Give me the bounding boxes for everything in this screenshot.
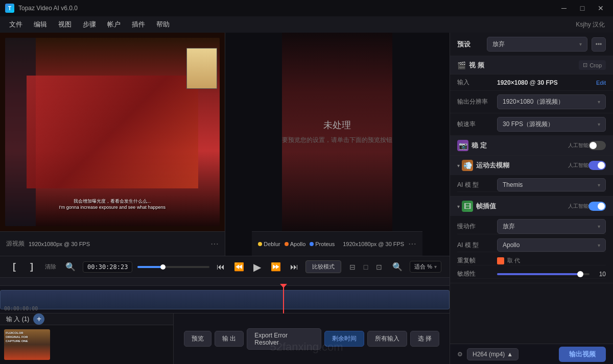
motion-blur-controls: AI 模 型 Themis ▾ — [450, 175, 613, 196]
motion-blur-chevron: ▾ — [598, 182, 600, 188]
frame-interp-ai-badge: 人工智能 — [568, 203, 588, 210]
app-icon: T — [5, 4, 14, 13]
stabilize-name: 稳 定 — [471, 141, 566, 150]
timeline-track[interactable]: 00:00:00:00 — [0, 286, 450, 313]
preset-value: 放弃 — [492, 40, 505, 48]
menu-help[interactable]: 帮助 — [151, 18, 175, 31]
model-proteus: Proteus — [310, 241, 335, 247]
clear-button[interactable]: 清除 — [43, 261, 58, 273]
crop-button[interactable]: ⊡ Crop — [579, 60, 606, 70]
frame-interp-name: 帧插值 — [476, 202, 566, 211]
interp-model-select[interactable]: Apollo ▾ — [497, 238, 606, 252]
motion-blur-name: 运动去模糊 — [476, 161, 566, 170]
format-chevron: ▲ — [507, 351, 513, 358]
timeline-playhead[interactable] — [283, 286, 284, 313]
preview-button[interactable]: 预览 — [184, 331, 211, 347]
deblur-label: Deblur — [264, 241, 280, 247]
output-res-select[interactable]: 1920×1080（源视频） ▾ — [497, 94, 606, 109]
time-remaining-button[interactable]: 剩余时间 — [324, 331, 364, 347]
input-thumbnail[interactable]: FUJICOLORORIGINAL FORCAPTURE ONE — [4, 329, 50, 360]
layout-overlap[interactable]: □ — [361, 261, 371, 273]
layout-side-by-side[interactable]: ⊟ — [346, 261, 359, 273]
close-button[interactable]: ✕ — [594, 3, 608, 13]
zoom-search-button[interactable]: 🔍 — [390, 260, 405, 274]
input-panel: 输 入 (1) + FUJICOLORORIGINAL FORCAPTURE O… — [0, 313, 174, 364]
go-start-button[interactable]: ⏮ — [215, 260, 227, 274]
menu-steps[interactable]: 步骤 — [78, 18, 101, 31]
output-bar: ⚙ H264 (mp4) ▲ 输出视频 — [450, 344, 613, 364]
motion-blur-header[interactable]: ▾ 💨 运动去模糊 人工智能 — [450, 156, 613, 175]
unprocessed-overlay: 未处理 要预览您的设置，请单击下面的预览按钮 — [282, 119, 392, 145]
motion-blur-expand: ▾ — [457, 163, 460, 168]
video-section-header: 🎬 视 频 ⊡ Crop — [450, 56, 613, 75]
motion-blur-ai-badge: 人工智能 — [568, 162, 588, 169]
export-video-button[interactable]: 输出视频 — [559, 347, 606, 362]
menu-file[interactable]: 文件 — [4, 18, 28, 31]
select-button[interactable]: 选 择 — [410, 331, 439, 347]
layout-split[interactable]: ⊡ — [373, 261, 385, 273]
motion-blur-model-select[interactable]: Themis ▾ — [497, 178, 606, 191]
maximize-button[interactable]: □ — [575, 3, 590, 13]
error-resolver-button[interactable]: Export Error Resolver — [247, 328, 321, 350]
model-tags: Deblur Apollo Proteus — [258, 241, 335, 247]
frame-interp-toggle[interactable] — [588, 202, 606, 211]
menu-bar: 文件 编辑 视图 步骤 帐户 插件 帮助 Ksjhy 汉化 — [0, 16, 613, 33]
go-end-button[interactable]: ⏭ — [288, 260, 300, 274]
side-thumbnail — [186, 48, 217, 89]
motion-blur-toggle[interactable] — [588, 161, 606, 170]
mark-out-button[interactable]: ] — [26, 259, 38, 274]
stabilize-icon: 📷 — [457, 140, 468, 151]
format-selector[interactable]: H264 (mp4) ▲ — [467, 348, 518, 360]
menu-plugins[interactable]: 插件 — [127, 18, 150, 31]
sensitivity-thumb — [577, 271, 583, 277]
video-figures — [27, 76, 198, 188]
more-options-button[interactable]: ••• — [592, 37, 606, 52]
fps-value: 30 FPS（源视频） — [503, 120, 554, 129]
fps-select[interactable]: 30 FPS（源视频） ▾ — [497, 117, 606, 132]
processed-more-button[interactable]: ⋯ — [408, 239, 416, 249]
stabilize-toggle[interactable] — [588, 141, 606, 150]
output-res-label: 输出分辨率 — [457, 98, 493, 106]
res-chevron: ▾ — [598, 99, 600, 105]
timecode-display[interactable]: 00:30:28:23 — [83, 261, 132, 273]
fps-row: 帧速率 30 FPS（源视频） ▾ — [450, 113, 613, 136]
step-forward-button[interactable]: ⏩ — [269, 260, 283, 274]
mark-in-button[interactable]: [ — [8, 259, 20, 274]
timeline-scrubber[interactable] — [137, 266, 209, 268]
menu-account[interactable]: 帐户 — [102, 18, 126, 31]
output-res-value: 1920×1080（源视频） — [503, 98, 564, 106]
frame-interp-icon: 🎞 — [462, 201, 473, 212]
sensitivity-slider[interactable] — [497, 273, 590, 275]
transport-bar: [ ] 清除 🔍 00:30:28:23 ⏮ ⏪ ▶ ⏩ ⏭ 比较模式 ⊟ □ … — [0, 256, 450, 277]
frame-interpolation-header[interactable]: ▾ 🎞 帧插值 人工智能 — [450, 197, 613, 216]
menu-items: 文件 编辑 视图 步骤 帐户 插件 帮助 — [4, 18, 175, 31]
step-back-button[interactable]: ⏪ — [232, 260, 246, 274]
source-more-button[interactable]: ⋯ — [210, 239, 219, 249]
stabilize-header[interactable]: 📷 稳 定 人工智能 — [450, 136, 613, 155]
compare-mode-button[interactable]: 比较模式 — [305, 260, 341, 273]
video-input-row: 输入 1920×1080 @ 30 FPS Edit — [450, 75, 613, 91]
play-button[interactable]: ▶ — [251, 259, 264, 275]
menu-view[interactable]: 视图 — [53, 18, 77, 31]
minimize-button[interactable]: ─ — [557, 3, 571, 13]
progress-thumb — [160, 264, 166, 270]
preset-select[interactable]: 放弃 ▾ — [487, 37, 587, 52]
menu-edit[interactable]: 编辑 — [29, 18, 52, 31]
timeline-clip[interactable] — [0, 290, 450, 309]
apollo-dot — [285, 242, 289, 246]
export-settings-button[interactable]: 输 出 — [215, 331, 244, 347]
all-inputs-button[interactable]: 所有输入 — [367, 331, 407, 347]
timeline-ruler — [0, 278, 450, 286]
repeat-frame-label: 重复帧 — [457, 256, 493, 265]
more-icon: ••• — [596, 41, 602, 48]
interp-model-label: AI 模 型 — [457, 241, 493, 250]
sensitivity-row: 敏感性 10 — [457, 270, 606, 279]
slow-motion-select[interactable]: 放弃 ▾ — [497, 219, 606, 234]
title-bar-left: T Topaz Video AI v6.0.0 — [5, 4, 78, 13]
main-area: 我会增加曝光度，看看会发生什么么... I'm gonna increase e… — [0, 33, 613, 364]
search-button[interactable]: 🔍 — [63, 260, 78, 274]
actions-panel: 预览 输 出 Export Error Resolver 剩余时间 所有输入 选… — [174, 313, 450, 364]
edit-link[interactable]: Edit — [596, 80, 606, 86]
zoom-control[interactable]: 适合 % ▾ — [410, 261, 441, 273]
add-input-button[interactable]: + — [33, 313, 44, 325]
